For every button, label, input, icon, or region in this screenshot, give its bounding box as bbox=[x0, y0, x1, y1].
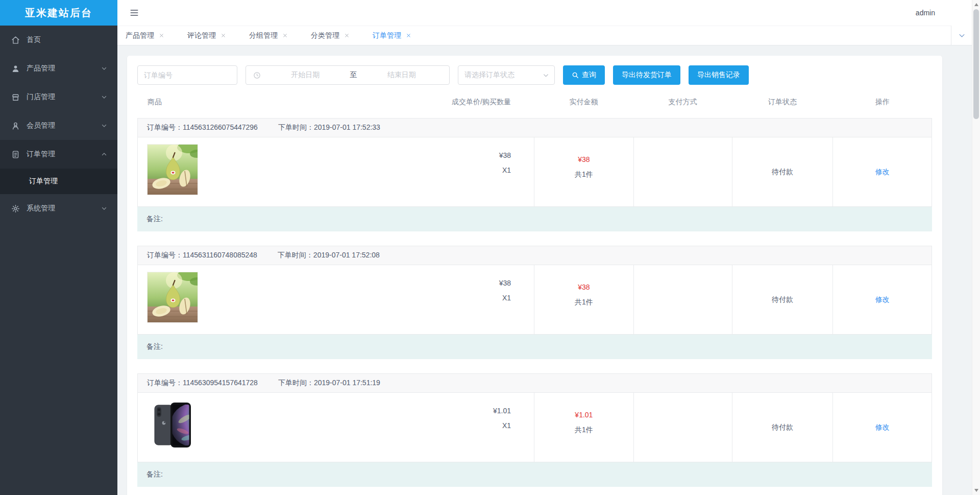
sidebar-item-label: 门店管理 bbox=[27, 92, 101, 102]
action-cell: 修改 bbox=[832, 137, 932, 206]
product-cell: ¥1.01 X1 bbox=[138, 393, 534, 462]
column-paid-amount: 实付金额 bbox=[534, 98, 633, 107]
sidebar-item-products[interactable]: 产品管理 bbox=[0, 54, 117, 83]
close-icon[interactable] bbox=[282, 33, 288, 38]
order-status-select[interactable]: 请选择订单状态 bbox=[458, 65, 555, 85]
order-group-header: 订单编号：1145631266075447296 下单时间：2019-07-01… bbox=[137, 118, 932, 137]
remark-row: 备注: bbox=[137, 207, 932, 231]
order-number-field[interactable] bbox=[137, 65, 237, 85]
order-group: 订单编号：1145631266075447296 下单时间：2019-07-01… bbox=[137, 118, 932, 231]
sidebar-item-home[interactable]: 首页 bbox=[0, 26, 117, 54]
product-cell: ¥38 X1 bbox=[138, 137, 534, 206]
scroll-down-arrow-icon[interactable] bbox=[974, 489, 978, 492]
remark-row: 备注: bbox=[137, 462, 932, 487]
paid-amount-cell: ¥38 共1件 bbox=[534, 137, 633, 206]
sidebar-item-label: 系统管理 bbox=[27, 204, 101, 213]
close-icon[interactable] bbox=[220, 33, 226, 38]
paid-count: 共1件 bbox=[575, 298, 593, 307]
order-number: 订单编号：1145631266075447296 bbox=[147, 123, 258, 132]
search-icon bbox=[572, 72, 579, 79]
start-date-placeholder[interactable]: 开始日期 bbox=[263, 70, 348, 80]
date-range-picker[interactable]: 开始日期 至 结束日期 bbox=[246, 65, 450, 85]
sidebar-item-label: 产品管理 bbox=[27, 64, 101, 73]
tab-comments[interactable]: 评论管理 bbox=[187, 31, 226, 40]
sidebar-item-orders[interactable]: 订单管理 bbox=[0, 140, 117, 169]
member-icon bbox=[11, 122, 20, 130]
tab-orders[interactable]: 订单管理 bbox=[373, 31, 411, 40]
tabs-dropdown-button[interactable] bbox=[951, 26, 972, 45]
order-group: 订单编号：1145630954157641728 下单时间：2019-07-01… bbox=[137, 373, 932, 487]
iphone-product-image[interactable] bbox=[147, 399, 198, 451]
paid-count: 共1件 bbox=[575, 426, 593, 435]
user-icon bbox=[11, 64, 20, 73]
remark-label: 备注: bbox=[146, 215, 163, 224]
unit-price: ¥38 bbox=[499, 276, 511, 291]
modify-link[interactable]: 修改 bbox=[875, 423, 890, 432]
scroll-up-arrow-icon[interactable] bbox=[974, 3, 978, 6]
status-badge: 待付款 bbox=[772, 168, 793, 177]
order-group: 订单编号：1145631160748085248 下单时间：2019-07-01… bbox=[137, 246, 932, 359]
scrollbar-thumb[interactable] bbox=[973, 9, 979, 119]
order-group-header: 订单编号：1145631160748085248 下单时间：2019-07-01… bbox=[137, 246, 932, 265]
column-pay-method: 支付方式 bbox=[633, 98, 732, 107]
app-logo: 亚米建站后台 bbox=[0, 0, 117, 26]
end-date-placeholder[interactable]: 结束日期 bbox=[359, 70, 445, 80]
export-pending-orders-button[interactable]: 导出待发货订单 bbox=[613, 65, 680, 85]
chevron-down-icon bbox=[101, 94, 107, 100]
close-icon[interactable] bbox=[159, 33, 164, 38]
order-number-input[interactable] bbox=[144, 71, 231, 79]
sidebar-group-orders: 订单管理 订单管理 bbox=[0, 140, 117, 194]
unit-price: ¥38 bbox=[499, 148, 511, 163]
action-cell: 修改 bbox=[832, 393, 932, 462]
tab-products[interactable]: 产品管理 bbox=[126, 31, 164, 40]
search-button[interactable]: 查询 bbox=[563, 65, 605, 85]
remark-label: 备注: bbox=[146, 470, 163, 479]
modify-link[interactable]: 修改 bbox=[875, 168, 890, 177]
tab-label: 分组管理 bbox=[249, 31, 278, 40]
order-icon bbox=[11, 150, 20, 159]
close-icon[interactable] bbox=[406, 33, 411, 38]
sidebar-item-label: 会员管理 bbox=[27, 121, 101, 130]
tab-label: 订单管理 bbox=[373, 31, 401, 40]
order-status-cell: 待付款 bbox=[732, 265, 833, 334]
column-actions: 操作 bbox=[833, 98, 932, 107]
tab-label: 评论管理 bbox=[187, 31, 216, 40]
order-time: 下单时间：2019-07-01 17:52:33 bbox=[278, 123, 380, 132]
store-icon bbox=[11, 93, 20, 102]
pay-method-cell bbox=[633, 393, 732, 462]
sidebar-item-system[interactable]: 系统管理 bbox=[0, 194, 117, 223]
main-content: 开始日期 至 结束日期 请选择订单状态 查询 导出待发货订单 导出销售记录 bbox=[117, 46, 972, 495]
export-pending-label: 导出待发货订单 bbox=[622, 70, 672, 80]
pear-product-image[interactable] bbox=[147, 144, 198, 195]
order-time: 下单时间：2019-07-01 17:51:19 bbox=[278, 379, 380, 388]
export-sales-records-button[interactable]: 导出销售记录 bbox=[689, 65, 749, 85]
current-user[interactable]: admin bbox=[916, 0, 935, 26]
tab-label: 分类管理 bbox=[311, 31, 339, 40]
paid-amount: ¥38 bbox=[578, 283, 590, 291]
close-icon[interactable] bbox=[344, 33, 350, 38]
vertical-scrollbar[interactable] bbox=[972, 0, 980, 495]
status-select-placeholder: 请选择订单状态 bbox=[464, 70, 514, 80]
sidebar-item-members[interactable]: 会员管理 bbox=[0, 111, 117, 140]
sidebar-item-stores[interactable]: 门店管理 bbox=[0, 83, 117, 111]
pay-method-cell bbox=[633, 265, 732, 334]
sidebar-subitem-order-management[interactable]: 订单管理 bbox=[0, 169, 117, 194]
remark-row: 备注: bbox=[137, 335, 932, 359]
chevron-down-icon bbox=[101, 123, 107, 129]
product-cell: ¥38 X1 bbox=[138, 265, 534, 334]
table-row: ¥38 X1 ¥38 共1件 待付款 修改 bbox=[137, 137, 932, 207]
sidebar-subitem-label: 订单管理 bbox=[29, 177, 58, 186]
open-tabs-bar: 产品管理 评论管理 分组管理 分类管理 订单管理 bbox=[117, 26, 951, 45]
pear-product-image[interactable] bbox=[147, 272, 198, 323]
tab-groups[interactable]: 分组管理 bbox=[249, 31, 288, 40]
hamburger-menu-icon[interactable] bbox=[129, 8, 139, 18]
sidebar: 亚米建站后台 首页 产品管理 门店管理 会员管理 bbox=[0, 0, 117, 495]
gear-icon bbox=[11, 204, 20, 213]
filter-bar: 开始日期 至 结束日期 请选择订单状态 查询 导出待发货订单 导出销售记录 bbox=[137, 65, 932, 85]
home-icon bbox=[11, 36, 20, 44]
top-bar: admin bbox=[117, 0, 972, 26]
tab-label: 产品管理 bbox=[126, 31, 154, 40]
modify-link[interactable]: 修改 bbox=[875, 295, 890, 304]
tab-categories[interactable]: 分类管理 bbox=[311, 31, 350, 40]
sidebar-item-label: 首页 bbox=[27, 35, 107, 44]
